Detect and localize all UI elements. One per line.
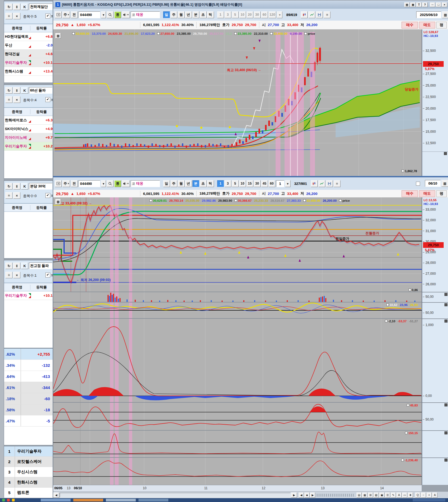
panel-title[interactable]: 60선 돌파 bbox=[29, 87, 52, 94]
panel-title[interactable]: 전고점 돌파 bbox=[29, 263, 52, 269]
close-icon[interactable]: × bbox=[13, 272, 20, 278]
grid-toggle-icon[interactable]: ▦ bbox=[55, 199, 61, 204]
minimize-icon[interactable]: ─ bbox=[430, 2, 435, 7]
interval-tab[interactable]: 30 bbox=[254, 11, 261, 18]
panel-resize-icon[interactable] bbox=[444, 320, 447, 323]
period-tab[interactable]: 일 bbox=[163, 11, 170, 18]
col-name[interactable]: 종목명 bbox=[4, 26, 30, 31]
col-change[interactable]: 등락률 bbox=[30, 285, 53, 290]
stats-row[interactable]: .64% -413 bbox=[4, 371, 53, 382]
ranking-row[interactable]: 1 우리기술투자 bbox=[4, 446, 53, 457]
col-name[interactable]: 종목명 bbox=[4, 285, 30, 290]
titlebar-tool-icon[interactable]: ▦ bbox=[404, 2, 410, 7]
gear-icon[interactable]: ✳ bbox=[324, 11, 330, 18]
speaker-icon[interactable]: ▾ bbox=[122, 11, 130, 18]
period-tab[interactable]: 틱 bbox=[207, 11, 214, 18]
panel-resize-icon[interactable] bbox=[444, 403, 447, 406]
period-tab[interactable]: 초 bbox=[200, 11, 207, 18]
prev-button[interactable]: 전 bbox=[71, 180, 78, 187]
interval-tab[interactable]: 120 bbox=[269, 11, 276, 18]
prev-button[interactable]: 전 bbox=[71, 11, 78, 18]
window-titlebar[interactable]: 1 [6600] 통합키움차트 - KOSDAQ EPS[1,234] PER[… bbox=[53, 1, 448, 9]
scroll-track[interactable] bbox=[60, 493, 291, 497]
period-tab[interactable]: 초 bbox=[200, 180, 207, 187]
refresh-save-icon[interactable]: ↻ bbox=[5, 87, 12, 94]
interval-tab[interactable]: 10 bbox=[239, 180, 246, 187]
close-icon[interactable]: × bbox=[13, 96, 20, 103]
interval-tab[interactable]: 20 bbox=[247, 11, 253, 18]
tool-icon[interactable]: ▭ bbox=[402, 492, 407, 498]
k-chart-button[interactable]: K bbox=[21, 263, 28, 269]
pause-icon[interactable]: ‖ bbox=[13, 183, 20, 190]
zoom-icon[interactable]: − bbox=[421, 492, 426, 498]
avg-button[interactable]: 평 bbox=[436, 22, 447, 29]
interval-tab[interactable]: 30 bbox=[254, 180, 261, 187]
zoom-icon[interactable]: Q bbox=[415, 492, 420, 498]
refresh-save-icon[interactable]: ↻ bbox=[5, 4, 12, 10]
gear-icon[interactable]: ✳ bbox=[5, 272, 12, 278]
k-chart-button[interactable]: K bbox=[21, 4, 28, 10]
maximize-icon[interactable]: □ bbox=[436, 2, 441, 7]
chart-scrollbar[interactable]: ◀ ▶ ◀■▶ ▤▦⊞▧▣☰✎A▭✚ Q−+A bbox=[53, 491, 448, 498]
ranking-row[interactable]: 4 한화시스템 bbox=[4, 477, 53, 488]
period-tab[interactable]: 주 bbox=[171, 11, 177, 18]
stock-row[interactable]: 한화에어로스 +6.3 bbox=[4, 116, 53, 125]
interval-tab[interactable]: 1 bbox=[217, 11, 224, 18]
interval-dropdown-icon[interactable]: ▾ bbox=[277, 11, 282, 18]
col-name[interactable]: 종목명 bbox=[4, 205, 30, 210]
col-change[interactable]: 등락률 bbox=[30, 205, 53, 210]
ranking-row[interactable]: 2 로킷헬스케어 bbox=[4, 457, 53, 467]
gear-icon[interactable]: ✳ bbox=[5, 192, 12, 199]
stock-name-input[interactable]: 코 태웅 bbox=[131, 11, 160, 18]
k-chart-button[interactable]: K bbox=[21, 183, 28, 190]
close-icon[interactable]: × bbox=[13, 13, 20, 19]
tool-icon[interactable]: ▦ bbox=[362, 492, 367, 498]
close-icon[interactable]: × bbox=[13, 192, 20, 199]
stats-row[interactable]: .47% -5 bbox=[4, 415, 53, 427]
axis-tool-icon[interactable] bbox=[444, 152, 447, 155]
scroll-right-icon[interactable]: ▶ bbox=[291, 492, 297, 498]
zoom-icon[interactable]: + bbox=[427, 492, 432, 498]
stock-row[interactable]: 한화시스템 +13.4 bbox=[4, 67, 53, 76]
interval-tab[interactable]: 60 bbox=[269, 180, 275, 187]
period-tab[interactable]: 년 bbox=[185, 180, 192, 187]
minute-chart-plot[interactable]: 30,629.0129,793.1425,035.0029,982.8629,9… bbox=[53, 197, 422, 485]
daily-chart-plot[interactable]: 33,400.0013,370.0024,920.3021,696.0017,6… bbox=[53, 29, 422, 176]
period-tab[interactable]: 틱 bbox=[207, 180, 214, 187]
date-input[interactable]: 06/10 bbox=[425, 180, 441, 187]
period-combo[interactable]: 주▾ bbox=[62, 180, 70, 187]
playback-icon[interactable]: ◀ bbox=[299, 492, 304, 498]
stats-row[interactable]: .62% +2,755 bbox=[4, 349, 53, 360]
period-combo[interactable]: 주▾ bbox=[62, 11, 70, 18]
panel-toggle-icon[interactable] bbox=[55, 11, 62, 18]
interval-input[interactable]: 1 bbox=[276, 180, 284, 187]
panel-title[interactable]: 분당 30억 bbox=[29, 183, 52, 190]
gear-icon[interactable]: ✳ bbox=[334, 180, 340, 187]
panel-resize-icon[interactable] bbox=[444, 431, 447, 434]
minute-price-axis[interactable]: LC:13,55 HC:-10,93 33,00032,00031,00030,… bbox=[422, 197, 448, 485]
stock-row[interactable]: 우리기술투자 +10.1 bbox=[4, 58, 53, 67]
auto-checkbox[interactable]: ✔ bbox=[45, 193, 50, 198]
stats-row[interactable]: .18% -60 bbox=[4, 393, 53, 404]
taskbar[interactable] bbox=[0, 498, 448, 502]
pause-icon[interactable]: ‖ bbox=[13, 87, 20, 94]
gear-icon[interactable]: ✳ bbox=[5, 13, 12, 19]
zoom-icon[interactable]: A bbox=[432, 492, 437, 498]
interval-tab[interactable]: 3 bbox=[225, 180, 231, 187]
ranking-row[interactable]: 3 우신시스템 bbox=[4, 467, 53, 477]
panel-resize-icon[interactable] bbox=[444, 303, 447, 306]
interval-dropdown-icon[interactable]: ▾ bbox=[285, 180, 291, 187]
period-tab[interactable]: 주 bbox=[171, 180, 177, 187]
tool-icon[interactable]: ☰ bbox=[385, 492, 390, 498]
tool-icon[interactable]: ▤ bbox=[356, 492, 362, 498]
interval-tab[interactable]: 15 bbox=[247, 180, 253, 187]
grid-toggle-icon[interactable]: ▦ bbox=[55, 33, 61, 39]
tool-icon[interactable]: ⊞ bbox=[368, 492, 373, 498]
speaker-icon[interactable]: ▾ bbox=[122, 180, 130, 187]
pause-icon[interactable]: ‖ bbox=[13, 263, 20, 269]
titlebar-tool-icon[interactable]: T bbox=[416, 2, 422, 7]
save-icon[interactable] bbox=[326, 180, 333, 187]
auto-checkbox[interactable]: ✔ bbox=[45, 97, 50, 102]
close-window-icon[interactable]: × bbox=[442, 2, 447, 7]
interval-tab[interactable]: 5 bbox=[232, 11, 239, 18]
